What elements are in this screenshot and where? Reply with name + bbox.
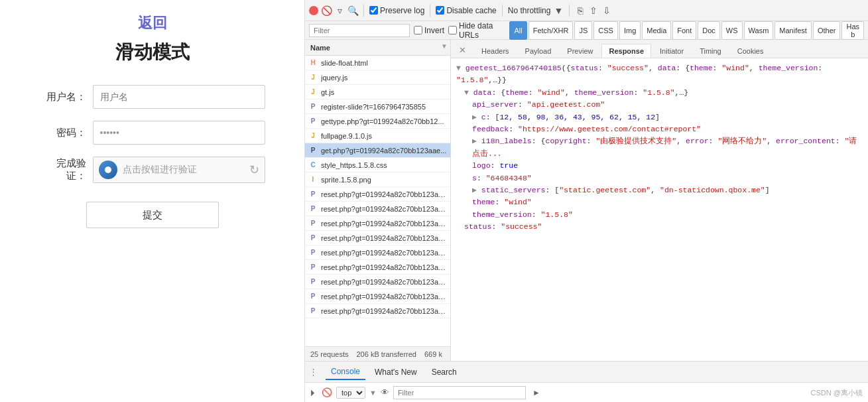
filter-other-btn[interactable]: Other bbox=[813, 21, 841, 40]
clear-icon[interactable]: 🚫 bbox=[321, 5, 332, 16]
back-link[interactable]: 返回 bbox=[138, 13, 167, 33]
password-row: 密码： bbox=[40, 121, 265, 145]
filter-fetchxhr-btn[interactable]: Fetch/XHR bbox=[528, 21, 574, 40]
invert-checkbox[interactable] bbox=[414, 26, 422, 34]
filter-css-btn[interactable]: CSS bbox=[593, 21, 618, 40]
hide-data-urls-checkbox-label[interactable]: Hide data URLs bbox=[448, 21, 505, 40]
network-item-name: fullpage.9.1.0.js bbox=[321, 132, 448, 140]
tab-response[interactable]: Response bbox=[601, 44, 651, 58]
tab-whats-new[interactable]: What's New bbox=[369, 365, 422, 379]
network-item[interactable]: J fullpage.9.1.0.js bbox=[305, 129, 450, 143]
invert-checkbox-label[interactable]: Invert bbox=[414, 26, 444, 35]
console-input-bar: ⏵ 🚫 top ▼ 👁 ► bbox=[305, 382, 868, 402]
network-item[interactable]: P reset.php?gt=019924a82c70bb123aa... bbox=[305, 289, 450, 304]
filter-js-btn[interactable]: JS bbox=[574, 21, 592, 40]
expand-icon[interactable]: ▶ bbox=[472, 137, 477, 145]
network-item-name: jquery.js bbox=[321, 74, 448, 82]
network-item-name: reset.php?gt=019924a82c70bb123aa... bbox=[321, 278, 448, 286]
console-context-select[interactable]: top bbox=[336, 387, 365, 399]
search-icon[interactable]: 🔍 bbox=[347, 5, 358, 16]
tab-headers[interactable]: Headers bbox=[474, 44, 517, 58]
network-item[interactable]: P reset.php?gt=019924a82c70bb123aa... bbox=[305, 231, 450, 245]
filter-manifest-btn[interactable]: Manifest bbox=[775, 21, 812, 40]
network-item[interactable]: J jquery.js bbox=[305, 70, 450, 85]
username-input[interactable] bbox=[93, 85, 265, 109]
preserve-log-checkbox-label[interactable]: Preserve log bbox=[369, 6, 424, 15]
data-transferred: 206 kB transferred bbox=[356, 350, 416, 358]
network-item[interactable]: I sprite.1.5.8.png bbox=[305, 172, 450, 187]
network-item[interactable]: P reset.php?gt=019924a82c70bb123aa... bbox=[305, 275, 450, 289]
console-clear-icon[interactable]: 🚫 bbox=[322, 387, 332, 397]
devtools-toolbar: 🚫 ▿ 🔍 Preserve log Disable cache No thro… bbox=[305, 0, 868, 21]
download-icon[interactable]: ⇩ bbox=[601, 5, 612, 16]
json-line: logo: true bbox=[456, 160, 863, 172]
network-item-name: sprite.1.5.8.png bbox=[321, 176, 448, 184]
preserve-log-checkbox[interactable] bbox=[369, 6, 378, 15]
expand-icon[interactable]: ▶ bbox=[472, 113, 477, 121]
upload-icon[interactable]: ⇧ bbox=[588, 5, 599, 16]
network-item-name: reset.php?gt=019924a82c70bb123aa... bbox=[321, 190, 448, 198]
disable-cache-checkbox[interactable] bbox=[436, 6, 444, 15]
console-dropdown-icon[interactable]: ▼ bbox=[369, 389, 377, 397]
console-eye-icon[interactable]: 👁 bbox=[381, 387, 389, 397]
network-item[interactable]: P reset.php?gt=019924a82c70bb123aa... bbox=[305, 260, 450, 275]
submit-button[interactable]: 提交 bbox=[86, 202, 219, 228]
network-item[interactable]: J gt.js bbox=[305, 85, 450, 100]
console-filter-input[interactable] bbox=[393, 386, 526, 399]
filter-ws-btn[interactable]: WS bbox=[721, 21, 743, 40]
filter-hasb-btn[interactable]: Has b bbox=[841, 21, 864, 40]
wifi-icon[interactable]: ⎘ bbox=[575, 5, 586, 16]
toolbar-separator-3 bbox=[502, 5, 503, 17]
filter-all-btn[interactable]: All bbox=[509, 21, 527, 40]
network-item[interactable]: P reset.php?gt=019924a82c70bb123aa... bbox=[305, 216, 450, 231]
network-item[interactable]: P reset.php?gt=019924a82c70bb123aa... bbox=[305, 304, 450, 318]
console-arrow-icon: ► bbox=[532, 388, 540, 397]
filter-wasm-btn[interactable]: Wasm bbox=[744, 21, 774, 40]
throttling-dropdown-icon[interactable]: ▼ bbox=[553, 5, 564, 16]
network-item[interactable]: P reset.php?gt=019924a82c70bb123aa... bbox=[305, 187, 450, 202]
tab-cookies[interactable]: Cookies bbox=[730, 44, 771, 58]
password-input[interactable] bbox=[93, 121, 265, 145]
network-item[interactable]: H slide-float.html bbox=[305, 56, 450, 70]
record-stop-icon[interactable] bbox=[309, 6, 318, 15]
network-item[interactable]: P gettype.php?gt=019924a82c70bb12... bbox=[305, 114, 450, 129]
disable-cache-checkbox-label[interactable]: Disable cache bbox=[436, 6, 496, 15]
filter-font-btn[interactable]: Font bbox=[672, 21, 696, 40]
close-detail-icon[interactable]: ✕ bbox=[454, 42, 471, 58]
tab-timing[interactable]: Timing bbox=[692, 44, 729, 58]
hide-data-urls-checkbox[interactable] bbox=[448, 26, 457, 34]
network-item[interactable]: P reset.php?gt=019924a82c70bb123aa... bbox=[305, 245, 450, 260]
network-item-name: reset.php?gt=019924a82c70bb123aa... bbox=[321, 307, 448, 315]
captcha-box[interactable]: 点击按钮进行验证 ↻ bbox=[93, 157, 265, 183]
network-item[interactable]: P register-slide?t=1667964735855 bbox=[305, 100, 450, 114]
toolbar-separator-1 bbox=[363, 5, 364, 17]
devtools-main: Name ▼ H slide-float.html J jquery.js J … bbox=[305, 40, 868, 361]
filter-media-btn[interactable]: Media bbox=[642, 21, 671, 40]
network-item-selected[interactable]: P get.php?gt=019924a82c70bb123aae... bbox=[305, 143, 450, 158]
tab-payload[interactable]: Payload bbox=[518, 44, 559, 58]
php-file-icon: P bbox=[308, 116, 318, 127]
filter-icon[interactable]: ▿ bbox=[334, 5, 345, 16]
expand-icon[interactable]: ▼ bbox=[456, 64, 461, 72]
expand-icon[interactable]: ▼ bbox=[464, 88, 469, 97]
tab-search[interactable]: Search bbox=[426, 365, 462, 379]
captcha-refresh-icon[interactable]: ↻ bbox=[249, 163, 259, 177]
filter-doc-btn[interactable]: Doc bbox=[698, 21, 720, 40]
tab-initiator[interactable]: Initiator bbox=[652, 44, 691, 58]
toolbar-separator-4 bbox=[569, 5, 570, 17]
php-file-icon: P bbox=[308, 218, 318, 229]
json-line: theme_version: "1.5.8" bbox=[456, 209, 863, 221]
filter-img-btn[interactable]: Img bbox=[619, 21, 641, 40]
console-prompt-icon: ⏵ bbox=[309, 387, 318, 397]
captcha-label: 完成验证： bbox=[40, 157, 86, 182]
network-item[interactable]: P reset.php?gt=019924a82c70bb123aa... bbox=[305, 202, 450, 216]
tab-console[interactable]: Console bbox=[326, 364, 365, 380]
network-list-items[interactable]: H slide-float.html J jquery.js J gt.js P… bbox=[305, 56, 450, 346]
console-menu-icon[interactable]: ⋮ bbox=[309, 367, 318, 377]
expand-icon[interactable]: ▶ bbox=[472, 186, 477, 194]
left-panel: 返回 滑动模式 用户名： 密码： 完成验证： 点击按钮进行验证 ↻ 提交 bbox=[0, 0, 305, 402]
network-item-name: reset.php?gt=019924a82c70bb123aa... bbox=[321, 249, 448, 257]
network-item[interactable]: C style_https.1.5.8.css bbox=[305, 158, 450, 172]
tab-preview[interactable]: Preview bbox=[560, 44, 600, 58]
filter-input[interactable] bbox=[309, 24, 410, 37]
